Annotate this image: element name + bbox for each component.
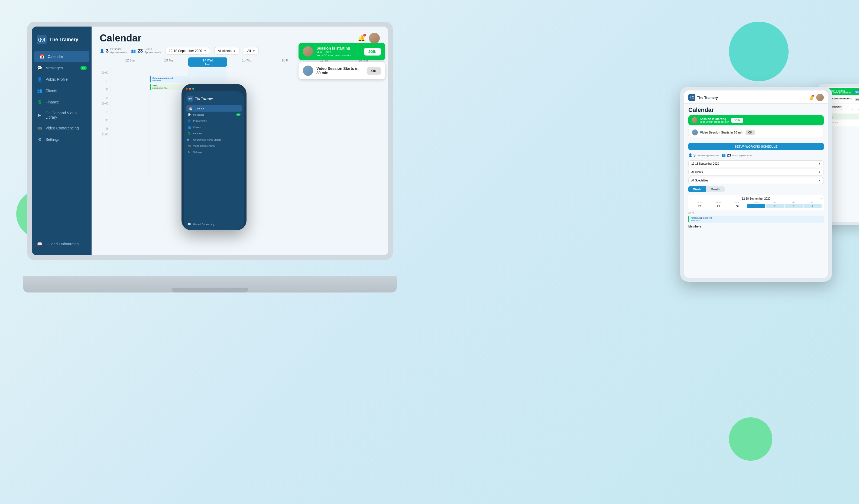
sidebar-item-video-conf[interactable]: 📹 Video Conferencing bbox=[32, 122, 92, 134]
tablet-date-range-dropdown[interactable]: 12-18 September 2020 ▼ bbox=[688, 160, 824, 167]
sidebar-item-clients[interactable]: 👥 Clients bbox=[32, 85, 92, 96]
clients-filter-dropdown[interactable]: All clients ▼ bbox=[214, 47, 240, 55]
mp-fri: F bbox=[850, 109, 856, 110]
bell-dot bbox=[363, 34, 366, 36]
video-library-icon: ▶ bbox=[37, 112, 42, 118]
phone-nav-clients[interactable]: 👥 Clients bbox=[184, 124, 244, 130]
tablet-ok-button[interactable]: OK bbox=[745, 130, 755, 135]
phone-vidlib-icon: ▶ bbox=[187, 138, 191, 141]
phone-nav-profile[interactable]: 👤 Public Profile bbox=[184, 118, 244, 124]
join-button[interactable]: JOIN bbox=[364, 48, 381, 56]
phone-nav-video-conf[interactable]: 📹 Video Conferencing bbox=[184, 143, 244, 149]
tablet-app-name: The Trainery bbox=[697, 96, 718, 100]
time-0915: 15 bbox=[97, 79, 110, 82]
date-1[interactable]: 1 bbox=[747, 204, 765, 208]
mp-thu: T bbox=[844, 109, 850, 110]
tablet-logo-icon: ((·)) bbox=[688, 94, 695, 101]
notif-title-2: Video Session Starts in 30 min bbox=[316, 66, 364, 75]
phone-nav-onboarding[interactable]: 📖 Guided Onboarding bbox=[184, 221, 244, 227]
sidebar-item-messages[interactable]: 💬 Messages 99 bbox=[32, 62, 92, 74]
sidebar-item-calendar[interactable]: 📅 Calendar bbox=[34, 51, 89, 62]
sidebar-item-settings[interactable]: ⚙ Settings bbox=[32, 134, 92, 145]
date-30[interactable]: 30 bbox=[728, 204, 746, 208]
deco-circle-green-bot bbox=[729, 417, 772, 461]
tablet-stats: 👤 3 Personal Appointments 👥 23 Group App… bbox=[684, 152, 828, 159]
tablet-notif-avatar-1 bbox=[692, 117, 697, 123]
finance-icon: 💲 bbox=[37, 100, 42, 105]
date-2[interactable]: 2 bbox=[766, 204, 784, 208]
chevron-down-icon-tab2: ▼ bbox=[818, 171, 821, 173]
date-3[interactable]: 3 bbox=[784, 204, 803, 208]
mp-join-button[interactable]: JOIN bbox=[853, 90, 859, 93]
tablet-avatar[interactable] bbox=[816, 94, 824, 101]
mp-wed: W bbox=[839, 109, 844, 110]
user-avatar[interactable] bbox=[369, 33, 380, 44]
notif-sub-1b: Yoga 30 min group session bbox=[316, 54, 361, 57]
tablet-clients-dropdown[interactable]: All clients ▼ bbox=[688, 169, 824, 175]
tablet-bell[interactable]: 🔔 bbox=[809, 95, 813, 100]
month-toggle-button[interactable]: Month bbox=[706, 186, 725, 192]
nav-label-calendar: Calendar bbox=[48, 55, 63, 59]
date-4[interactable]: 4 bbox=[803, 204, 822, 208]
date-range-dropdown[interactable]: 12-18 September 2020 ▼ bbox=[165, 47, 210, 55]
day-tue: TUE bbox=[728, 201, 746, 204]
sidebar-item-finance[interactable]: 💲 Finance bbox=[32, 96, 92, 108]
tablet-notif-video: Video Session Starts in 30 min OK bbox=[688, 127, 824, 138]
day-14-today: 14 Wed Today bbox=[188, 57, 227, 67]
clients-icon: 👥 bbox=[37, 88, 42, 93]
mobile-phone: ((·)) The Trainery 📅 Calendar 💬 Messages… bbox=[181, 84, 246, 230]
tablet-mini-calendar: ‹ 12-18 September 2020 › SUN MON TUE WED… bbox=[688, 195, 824, 210]
phone-nav-profile-label: Public Profile bbox=[193, 120, 208, 122]
week-toggle-button[interactable]: Week bbox=[688, 186, 706, 192]
group-label: GroupAppointments bbox=[145, 48, 161, 54]
all-filter-dropdown[interactable]: All ▼ bbox=[244, 47, 259, 55]
tablet-personal-stat: 👤 3 Personal Appointments bbox=[688, 153, 719, 157]
nav-label-profile: Public Profile bbox=[46, 77, 68, 81]
mini-cal-days: SUN MON TUE WED THU FRI SAT bbox=[691, 201, 822, 204]
day-mon: MON bbox=[709, 201, 727, 204]
date-29[interactable]: 29 bbox=[709, 204, 727, 208]
phone-nav-finance-label: Finance bbox=[193, 132, 202, 135]
phone-nav-messages[interactable]: 💬 Messages 99 bbox=[184, 111, 244, 118]
mp-ok-button[interactable]: OK bbox=[855, 98, 859, 101]
mini-cal-prev[interactable]: ‹ bbox=[691, 197, 691, 200]
phone-bezel: ((·)) The Trainery 📅 Calendar 💬 Messages… bbox=[181, 84, 246, 230]
phone-settings-icon: ⚙ bbox=[187, 151, 191, 154]
phone-nav-calendar[interactable]: 📅 Calendar bbox=[186, 105, 242, 111]
date-28[interactable]: 28 bbox=[691, 204, 709, 208]
phone-screen: ((·)) The Trainery 📅 Calendar 💬 Messages… bbox=[184, 91, 244, 230]
phone-app-name: The Trainery bbox=[195, 97, 213, 100]
phone-msg-icon: 💬 bbox=[187, 113, 191, 116]
tablet-personal-count: 3 bbox=[693, 153, 696, 157]
phone-nav-finance[interactable]: 💲 Finance bbox=[184, 130, 244, 137]
ok-button[interactable]: OK bbox=[367, 67, 381, 75]
time-1045: 45 bbox=[97, 127, 110, 130]
messages-icon: 💬 bbox=[37, 65, 42, 71]
notifications-panel: Session is starting Mike Smith Yoga 30 m… bbox=[299, 43, 385, 81]
tablet-join-button[interactable]: JOIN bbox=[731, 118, 743, 123]
day-wed: WED bbox=[747, 201, 765, 204]
tablet-bell-dot bbox=[812, 95, 814, 97]
tablet-specialties-dropdown[interactable]: All Specialties ▼ bbox=[688, 177, 824, 184]
time-0900: 09.00 bbox=[97, 71, 110, 74]
phone-nav-settings[interactable]: ⚙ Settings bbox=[184, 149, 244, 155]
phone-nav-video-lib[interactable]: ▶ On Demand Video Library bbox=[184, 137, 244, 143]
sidebar-item-video-library[interactable]: ▶ On Demand VideoLibrary bbox=[32, 108, 92, 122]
cell-sun2 bbox=[344, 68, 382, 176]
sidebar-item-public-profile[interactable]: 👤 Public Profile bbox=[32, 74, 92, 85]
settings-icon: ⚙ bbox=[37, 137, 42, 142]
notif-sub-1a: Mike Smith bbox=[316, 50, 361, 54]
tablet-view-toggle: Week Month bbox=[688, 186, 824, 192]
event-title: Group Appointment bbox=[152, 77, 186, 79]
setup-working-schedule-button[interactable]: SETUP WORKING SCHEDULE bbox=[688, 143, 824, 150]
mini-cal-next[interactable]: › bbox=[821, 197, 822, 200]
sidebar-item-onboarding[interactable]: 📖 Guided Onboarding bbox=[32, 238, 92, 250]
tablet-notifications: Session is starting Yoga 30 min group se… bbox=[684, 115, 828, 142]
tablet-notif-title-1: Session is starting bbox=[700, 117, 729, 121]
all-filter-text: All bbox=[247, 49, 251, 53]
tablet-clients-filter: All clients bbox=[691, 171, 703, 173]
tablet-event-group: Group Appointment Members bbox=[688, 216, 824, 223]
chevron-down-icon-3: ▼ bbox=[253, 49, 255, 52]
time-0900-tab: 09.00 bbox=[688, 212, 824, 214]
notification-bell[interactable]: 🔔 bbox=[358, 35, 365, 42]
